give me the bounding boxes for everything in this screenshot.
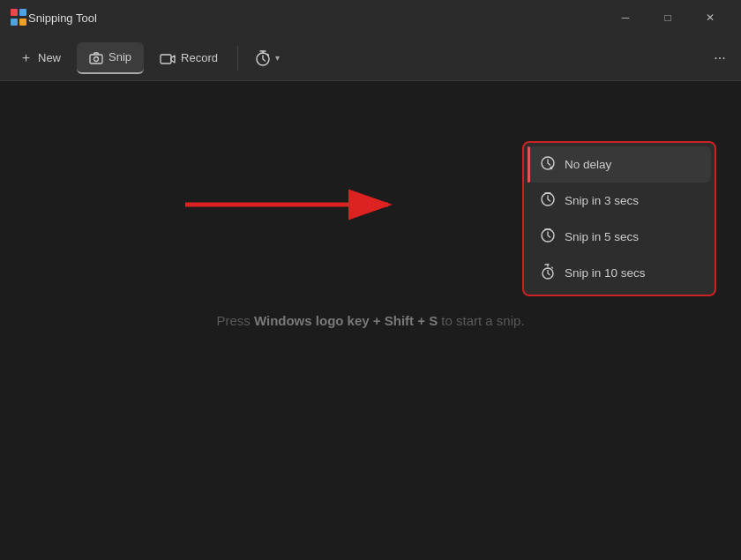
app-title: Snipping Tool (28, 11, 605, 25)
delay-3-icon (540, 191, 556, 210)
svg-point-1 (94, 56, 99, 61)
plus-icon: ＋ (19, 49, 33, 66)
delay-5-label: Snip in 5 secs (565, 230, 639, 243)
app-icon-square-2 (19, 9, 26, 16)
dropdown-menu: No delay Snip in 3 secs Sn (522, 141, 716, 296)
main-content: Press Windows logo key + Shift + S to st… (0, 81, 741, 560)
delay-3sec-item[interactable]: Snip in 3 secs (528, 183, 711, 219)
titlebar: Snipping Tool ─ □ ✕ (0, 0, 741, 35)
titlebar-controls: ─ □ ✕ (605, 4, 730, 32)
close-button[interactable]: ✕ (690, 4, 730, 32)
hint-suffix: to start a snip. (438, 313, 524, 328)
maximize-button[interactable]: □ (647, 4, 688, 32)
delay-5-icon (540, 228, 556, 246)
hint-text: Press Windows logo key + Shift + S to st… (216, 313, 524, 328)
dropdown-arrow-icon: ▾ (275, 53, 280, 63)
delay-10sec-item[interactable]: Snip in 10 secs (528, 255, 711, 291)
delay-button[interactable]: ▾ (245, 42, 288, 74)
no-delay-label: No delay (565, 158, 611, 171)
delay-no-delay-item[interactable]: No delay (528, 146, 711, 183)
new-button-label: New (38, 51, 61, 64)
snip-button-label: Snip (109, 50, 131, 63)
app-icon-square-4 (19, 19, 26, 26)
new-button[interactable]: ＋ New (7, 42, 73, 74)
record-icon (160, 49, 176, 65)
app-icon (11, 9, 28, 26)
delay-10-label: Snip in 10 secs (565, 266, 646, 280)
more-button[interactable]: ··· (706, 42, 734, 74)
toolbar-separator (237, 46, 238, 71)
hint-prefix: Press (216, 313, 254, 328)
timer-icon (254, 49, 272, 67)
svg-rect-2 (161, 55, 171, 63)
snip-button[interactable]: Snip (77, 42, 144, 74)
selected-indicator (528, 146, 530, 183)
arrow-indicator (176, 178, 406, 235)
delay-5sec-item[interactable]: Snip in 5 secs (528, 219, 711, 255)
delay-10-icon (540, 264, 556, 282)
toolbar: ＋ New Snip Record (0, 35, 741, 81)
record-button-label: Record (181, 51, 218, 64)
camera-icon (89, 49, 103, 64)
app-icon-square-3 (11, 19, 18, 26)
hint-shortcut: Windows logo key + Shift + S (254, 313, 438, 328)
no-delay-icon (540, 155, 556, 174)
minimize-button[interactable]: ─ (605, 4, 646, 32)
app-icon-square-1 (11, 9, 18, 16)
delay-3-label: Snip in 3 secs (565, 194, 639, 207)
record-button[interactable]: Record (147, 42, 230, 74)
svg-rect-0 (90, 55, 102, 63)
